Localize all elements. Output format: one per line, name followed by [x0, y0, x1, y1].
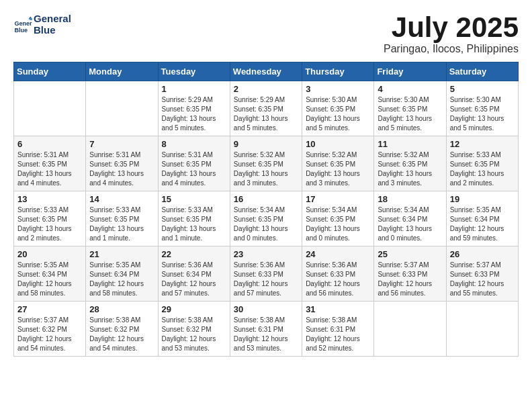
- calendar-day-cell: 14Sunrise: 5:33 AM Sunset: 6:35 PM Dayli…: [86, 191, 158, 246]
- calendar-day-cell: 16Sunrise: 5:34 AM Sunset: 6:35 PM Dayli…: [230, 191, 302, 246]
- page-header: General Blue General Blue July 2025 Pari…: [13, 13, 519, 55]
- calendar-day-cell: 24Sunrise: 5:36 AM Sunset: 6:33 PM Dayli…: [302, 246, 374, 302]
- day-number: 26: [450, 249, 515, 259]
- weekday-header-cell: Sunday: [14, 62, 86, 81]
- day-number: 17: [306, 194, 370, 204]
- day-info: Sunrise: 5:35 AM Sunset: 6:34 PM Dayligh…: [450, 205, 515, 243]
- calendar-day-cell: 8Sunrise: 5:31 AM Sunset: 6:35 PM Daylig…: [158, 136, 230, 191]
- weekday-header-row: SundayMondayTuesdayWednesdayThursdayFrid…: [14, 62, 519, 81]
- day-info: Sunrise: 5:32 AM Sunset: 6:35 PM Dayligh…: [306, 150, 370, 188]
- calendar-day-cell: 25Sunrise: 5:37 AM Sunset: 6:33 PM Dayli…: [374, 246, 446, 302]
- location-title: Paringao, Ilocos, Philippines: [384, 43, 519, 55]
- weekday-header-cell: Friday: [374, 62, 446, 81]
- title-area: July 2025 Paringao, Ilocos, Philippines: [384, 13, 519, 55]
- calendar-day-cell: 28Sunrise: 5:38 AM Sunset: 6:32 PM Dayli…: [86, 302, 158, 357]
- day-info: Sunrise: 5:33 AM Sunset: 6:35 PM Dayligh…: [450, 150, 515, 188]
- calendar-day-cell: 2Sunrise: 5:29 AM Sunset: 6:35 PM Daylig…: [230, 81, 302, 136]
- day-info: Sunrise: 5:34 AM Sunset: 6:35 PM Dayligh…: [306, 205, 370, 243]
- day-info: Sunrise: 5:31 AM Sunset: 6:35 PM Dayligh…: [17, 150, 82, 188]
- day-info: Sunrise: 5:34 AM Sunset: 6:35 PM Dayligh…: [234, 205, 298, 243]
- day-info: Sunrise: 5:38 AM Sunset: 6:32 PM Dayligh…: [89, 316, 154, 353]
- day-number: 28: [89, 304, 154, 314]
- day-number: 10: [306, 139, 370, 149]
- day-number: 19: [450, 194, 515, 204]
- calendar-day-cell: [446, 302, 518, 357]
- calendar-day-cell: 7Sunrise: 5:31 AM Sunset: 6:35 PM Daylig…: [86, 136, 158, 191]
- day-number: 5: [450, 84, 515, 94]
- calendar-week-row: 13Sunrise: 5:33 AM Sunset: 6:35 PM Dayli…: [14, 191, 519, 246]
- weekday-header-cell: Wednesday: [230, 62, 302, 81]
- calendar-week-row: 6Sunrise: 5:31 AM Sunset: 6:35 PM Daylig…: [14, 136, 519, 191]
- calendar-week-row: 20Sunrise: 5:35 AM Sunset: 6:34 PM Dayli…: [14, 246, 519, 302]
- calendar-day-cell: [374, 302, 446, 357]
- day-info: Sunrise: 5:36 AM Sunset: 6:33 PM Dayligh…: [306, 261, 370, 298]
- calendar-day-cell: 30Sunrise: 5:38 AM Sunset: 6:31 PM Dayli…: [230, 302, 302, 357]
- day-info: Sunrise: 5:38 AM Sunset: 6:32 PM Dayligh…: [162, 316, 226, 353]
- calendar-day-cell: 10Sunrise: 5:32 AM Sunset: 6:35 PM Dayli…: [302, 136, 374, 191]
- calendar-day-cell: 19Sunrise: 5:35 AM Sunset: 6:34 PM Dayli…: [446, 191, 518, 246]
- day-info: Sunrise: 5:33 AM Sunset: 6:35 PM Dayligh…: [89, 205, 154, 243]
- day-info: Sunrise: 5:32 AM Sunset: 6:35 PM Dayligh…: [234, 150, 298, 188]
- day-number: 3: [306, 84, 370, 94]
- calendar-day-cell: 23Sunrise: 5:36 AM Sunset: 6:33 PM Dayli…: [230, 246, 302, 302]
- calendar-day-cell: 15Sunrise: 5:33 AM Sunset: 6:35 PM Dayli…: [158, 191, 230, 246]
- day-info: Sunrise: 5:36 AM Sunset: 6:33 PM Dayligh…: [234, 261, 298, 298]
- calendar-day-cell: 29Sunrise: 5:38 AM Sunset: 6:32 PM Dayli…: [158, 302, 230, 357]
- day-info: Sunrise: 5:31 AM Sunset: 6:35 PM Dayligh…: [89, 150, 154, 188]
- calendar-day-cell: 4Sunrise: 5:30 AM Sunset: 6:35 PM Daylig…: [374, 81, 446, 136]
- day-number: 21: [89, 249, 154, 259]
- calendar-day-cell: [86, 81, 158, 136]
- calendar-day-cell: 1Sunrise: 5:29 AM Sunset: 6:35 PM Daylig…: [158, 81, 230, 136]
- day-number: 16: [234, 194, 298, 204]
- day-number: 15: [162, 194, 226, 204]
- weekday-header-cell: Thursday: [302, 62, 374, 81]
- calendar-table: SundayMondayTuesdayWednesdayThursdayFrid…: [13, 62, 519, 357]
- day-info: Sunrise: 5:37 AM Sunset: 6:33 PM Dayligh…: [450, 261, 515, 298]
- day-number: 23: [234, 249, 298, 259]
- logo-general: General: [34, 13, 71, 25]
- calendar-day-cell: 20Sunrise: 5:35 AM Sunset: 6:34 PM Dayli…: [14, 246, 86, 302]
- calendar-day-cell: 21Sunrise: 5:35 AM Sunset: 6:34 PM Dayli…: [86, 246, 158, 302]
- calendar-week-row: 27Sunrise: 5:37 AM Sunset: 6:32 PM Dayli…: [14, 302, 519, 357]
- calendar-day-cell: 12Sunrise: 5:33 AM Sunset: 6:35 PM Dayli…: [446, 136, 518, 191]
- weekday-header-cell: Saturday: [446, 62, 518, 81]
- day-info: Sunrise: 5:33 AM Sunset: 6:35 PM Dayligh…: [162, 205, 226, 243]
- logo: General Blue General Blue: [13, 13, 71, 36]
- day-number: 6: [17, 139, 82, 149]
- day-number: 8: [162, 139, 226, 149]
- day-number: 27: [17, 304, 82, 314]
- logo-icon: General Blue: [13, 15, 32, 34]
- calendar-day-cell: 13Sunrise: 5:33 AM Sunset: 6:35 PM Dayli…: [14, 191, 86, 246]
- day-number: 1: [162, 84, 226, 94]
- day-info: Sunrise: 5:34 AM Sunset: 6:34 PM Dayligh…: [378, 205, 442, 243]
- day-number: 18: [378, 194, 442, 204]
- day-number: 12: [450, 139, 515, 149]
- calendar-week-row: 1Sunrise: 5:29 AM Sunset: 6:35 PM Daylig…: [14, 81, 519, 136]
- day-info: Sunrise: 5:37 AM Sunset: 6:32 PM Dayligh…: [17, 316, 82, 353]
- day-number: 31: [306, 304, 370, 314]
- calendar-body: 1Sunrise: 5:29 AM Sunset: 6:35 PM Daylig…: [14, 81, 519, 357]
- day-number: 4: [378, 84, 442, 94]
- calendar-day-cell: 11Sunrise: 5:32 AM Sunset: 6:35 PM Dayli…: [374, 136, 446, 191]
- day-number: 20: [17, 249, 82, 259]
- day-info: Sunrise: 5:30 AM Sunset: 6:35 PM Dayligh…: [378, 95, 442, 133]
- day-info: Sunrise: 5:35 AM Sunset: 6:34 PM Dayligh…: [89, 261, 154, 298]
- calendar-day-cell: 5Sunrise: 5:30 AM Sunset: 6:35 PM Daylig…: [446, 81, 518, 136]
- calendar-day-cell: 9Sunrise: 5:32 AM Sunset: 6:35 PM Daylig…: [230, 136, 302, 191]
- calendar-day-cell: 27Sunrise: 5:37 AM Sunset: 6:32 PM Dayli…: [14, 302, 86, 357]
- calendar-day-cell: 31Sunrise: 5:38 AM Sunset: 6:31 PM Dayli…: [302, 302, 374, 357]
- day-number: 2: [234, 84, 298, 94]
- calendar-day-cell: 3Sunrise: 5:30 AM Sunset: 6:35 PM Daylig…: [302, 81, 374, 136]
- day-number: 9: [234, 139, 298, 149]
- calendar-day-cell: 26Sunrise: 5:37 AM Sunset: 6:33 PM Dayli…: [446, 246, 518, 302]
- day-info: Sunrise: 5:32 AM Sunset: 6:35 PM Dayligh…: [378, 150, 442, 188]
- logo-blue: Blue: [34, 25, 71, 36]
- svg-text:Blue: Blue: [14, 26, 28, 33]
- day-number: 11: [378, 139, 442, 149]
- day-number: 29: [162, 304, 226, 314]
- day-info: Sunrise: 5:30 AM Sunset: 6:35 PM Dayligh…: [450, 95, 515, 133]
- day-info: Sunrise: 5:38 AM Sunset: 6:31 PM Dayligh…: [306, 316, 370, 353]
- day-number: 22: [162, 249, 226, 259]
- calendar-day-cell: 22Sunrise: 5:36 AM Sunset: 6:34 PM Dayli…: [158, 246, 230, 302]
- day-info: Sunrise: 5:30 AM Sunset: 6:35 PM Dayligh…: [306, 95, 370, 133]
